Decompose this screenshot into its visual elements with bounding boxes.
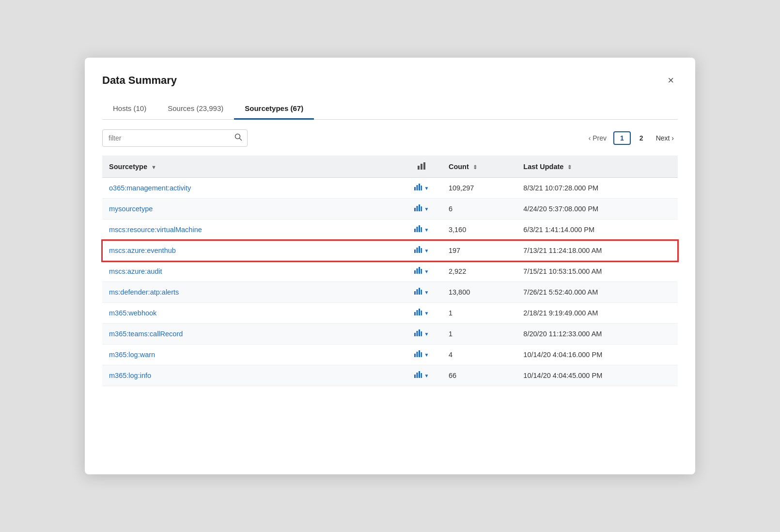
chevron-left-icon: ‹ bbox=[589, 134, 591, 142]
sourcetype-link[interactable]: o365:management:activity bbox=[109, 184, 191, 192]
table-row: mscs:azure:audit ▼ 2,9227/15/21 10:53:15… bbox=[102, 261, 678, 282]
filter-wrap bbox=[102, 129, 248, 147]
col-header-chart[interactable] bbox=[402, 156, 442, 178]
col-header-sourcetype[interactable]: Sourcetype ▼ bbox=[102, 156, 402, 178]
search-button[interactable] bbox=[230, 130, 247, 146]
chart-dropdown-arrow[interactable]: ▼ bbox=[424, 186, 429, 191]
chart-dropdown-arrow[interactable]: ▼ bbox=[424, 290, 429, 295]
svg-rect-38 bbox=[417, 352, 418, 357]
bar-chart-icon[interactable] bbox=[414, 350, 422, 359]
col-header-count[interactable]: Count ⇕ bbox=[442, 156, 516, 178]
bar-chart-icon[interactable] bbox=[414, 184, 422, 192]
chart-dropdown-arrow[interactable]: ▼ bbox=[424, 248, 429, 253]
svg-rect-8 bbox=[421, 186, 422, 190]
svg-rect-17 bbox=[414, 250, 416, 253]
count-cell: 197 bbox=[442, 240, 516, 261]
next-button[interactable]: Next › bbox=[652, 131, 678, 145]
last-update-cell: 8/20/20 11:12:33.000 AM bbox=[516, 324, 678, 344]
page-1-button[interactable]: 1 bbox=[613, 131, 631, 145]
bar-chart-icon[interactable] bbox=[414, 267, 422, 276]
svg-rect-27 bbox=[419, 288, 420, 295]
table-row: mysourcetype ▼ 64/24/20 5:37:08.000 PM bbox=[102, 199, 678, 219]
table-row: mscs:resource:virtualMachine ▼ 3,1606/3/… bbox=[102, 219, 678, 240]
sourcetype-link[interactable]: ms:defender:atp:alerts bbox=[109, 288, 179, 296]
count-cell: 4 bbox=[442, 344, 516, 365]
tab-sources[interactable]: Sources (23,993) bbox=[157, 99, 234, 120]
sourcetype-link[interactable]: mscs:azure:audit bbox=[109, 267, 162, 275]
modal-header: Data Summary × bbox=[102, 73, 678, 88]
data-table: Sourcetype ▼ Count ⇕ Last Update ⇕ bbox=[102, 156, 678, 386]
svg-rect-34 bbox=[417, 331, 418, 336]
svg-line-1 bbox=[240, 139, 242, 141]
svg-rect-9 bbox=[414, 208, 416, 211]
chart-dropdown-arrow[interactable]: ▼ bbox=[424, 269, 429, 274]
count-cell: 1 bbox=[442, 324, 516, 344]
chart-dropdown-arrow[interactable]: ▼ bbox=[424, 352, 429, 358]
bar-chart-icon[interactable] bbox=[414, 329, 422, 338]
chart-dropdown-arrow[interactable]: ▼ bbox=[424, 206, 429, 212]
col-sourcetype-label: Sourcetype bbox=[109, 163, 147, 171]
svg-rect-12 bbox=[421, 206, 422, 211]
table-row: m365:log:info ▼ 6610/14/20 4:04:45.000 P… bbox=[102, 365, 678, 386]
svg-rect-14 bbox=[417, 227, 418, 232]
pagination: ‹ Prev 1 2 Next › bbox=[585, 131, 678, 145]
chart-dropdown-arrow[interactable]: ▼ bbox=[424, 227, 429, 233]
bar-chart-icon[interactable] bbox=[414, 225, 422, 234]
next-label: Next bbox=[656, 134, 672, 142]
svg-rect-25 bbox=[414, 291, 416, 295]
svg-rect-5 bbox=[414, 187, 416, 190]
svg-rect-29 bbox=[414, 312, 416, 315]
bar-chart-icon[interactable] bbox=[414, 204, 422, 213]
chart-dropdown-arrow[interactable]: ▼ bbox=[424, 311, 429, 316]
svg-rect-4 bbox=[423, 162, 425, 170]
svg-rect-22 bbox=[417, 268, 418, 274]
sourcetype-link[interactable]: m365:log:info bbox=[109, 372, 151, 379]
search-icon bbox=[234, 133, 242, 141]
bar-chart-icon[interactable] bbox=[414, 309, 422, 317]
sourcetype-link[interactable]: m365:log:warn bbox=[109, 351, 155, 359]
svg-rect-21 bbox=[414, 270, 416, 274]
table-header-row: Sourcetype ▼ Count ⇕ Last Update ⇕ bbox=[102, 156, 678, 178]
sourcetype-link[interactable]: mysourcetype bbox=[109, 205, 153, 213]
bar-chart-icon[interactable] bbox=[414, 246, 422, 255]
table-row: ms:defender:atp:alerts ▼ 13,8007/26/21 5… bbox=[102, 282, 678, 303]
svg-rect-40 bbox=[421, 352, 422, 357]
svg-rect-44 bbox=[421, 373, 422, 378]
count-cell: 3,160 bbox=[442, 219, 516, 240]
svg-rect-7 bbox=[419, 184, 420, 190]
chart-dropdown-arrow[interactable]: ▼ bbox=[424, 373, 429, 378]
tab-hosts[interactable]: Hosts (10) bbox=[102, 99, 157, 120]
svg-rect-35 bbox=[419, 329, 420, 336]
tab-sourcetypes[interactable]: Sourcetypes (67) bbox=[234, 99, 314, 120]
chart-dropdown-arrow[interactable]: ▼ bbox=[424, 331, 429, 337]
svg-rect-24 bbox=[421, 269, 422, 274]
last-update-cell: 8/3/21 10:07:28.000 PM bbox=[516, 178, 678, 199]
table-row: mscs:azure:eventhub ▼ 1977/13/21 11:24:1… bbox=[102, 240, 678, 261]
bar-chart-icon[interactable] bbox=[414, 288, 422, 297]
last-update-cell: 10/14/20 4:04:16.000 PM bbox=[516, 344, 678, 365]
svg-rect-10 bbox=[417, 206, 418, 211]
count-cell: 1 bbox=[442, 303, 516, 324]
prev-button[interactable]: ‹ Prev bbox=[585, 131, 610, 145]
close-button[interactable]: × bbox=[664, 73, 678, 88]
page-2-button[interactable]: 2 bbox=[634, 132, 649, 144]
last-update-cell: 10/14/20 4:04:45.000 PM bbox=[516, 365, 678, 386]
last-update-cell: 2/18/21 9:19:49.000 AM bbox=[516, 303, 678, 324]
col-header-lastupdate[interactable]: Last Update ⇕ bbox=[516, 156, 678, 178]
svg-rect-18 bbox=[417, 248, 418, 253]
count-cell: 13,800 bbox=[442, 282, 516, 303]
svg-rect-11 bbox=[419, 204, 420, 211]
sort-icon-sourcetype: ▼ bbox=[151, 164, 156, 170]
table-body: o365:management:activity ▼ 109,2978/3/21… bbox=[102, 178, 678, 386]
svg-rect-2 bbox=[418, 166, 420, 170]
svg-rect-39 bbox=[419, 350, 420, 357]
sourcetype-link[interactable]: mscs:azure:eventhub bbox=[109, 247, 176, 254]
sourcetype-link[interactable]: m365:webhook bbox=[109, 309, 156, 317]
count-cell: 2,922 bbox=[442, 261, 516, 282]
filter-input[interactable] bbox=[103, 130, 230, 146]
bar-chart-icon[interactable] bbox=[414, 371, 422, 380]
sourcetype-link[interactable]: mscs:resource:virtualMachine bbox=[109, 226, 202, 234]
svg-rect-3 bbox=[421, 164, 422, 170]
col-count-label: Count bbox=[449, 163, 469, 171]
sourcetype-link[interactable]: m365:teams:callRecord bbox=[109, 330, 183, 338]
